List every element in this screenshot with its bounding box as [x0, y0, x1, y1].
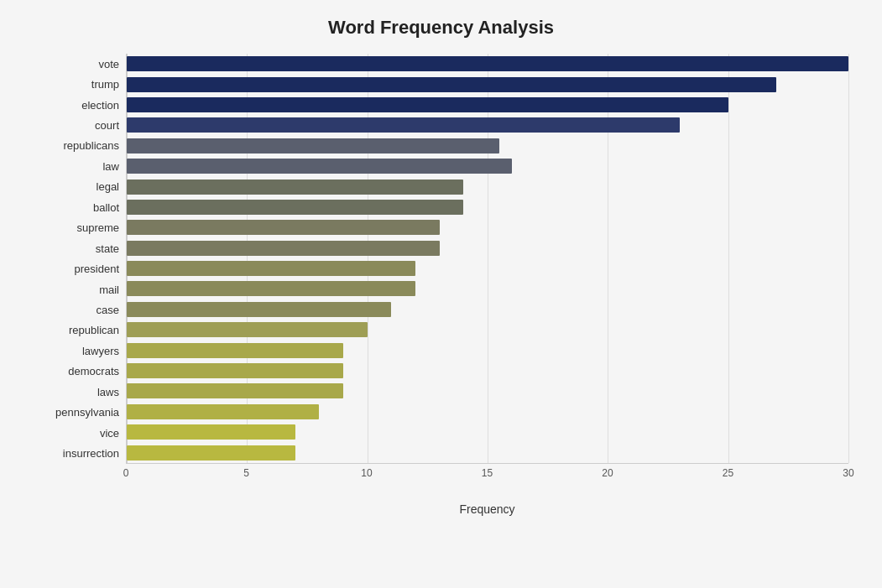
x-axis: 051015202530	[126, 467, 848, 484]
y-label: pennsylvania	[55, 407, 119, 418]
x-tick: 10	[361, 467, 372, 479]
bar	[127, 261, 415, 276]
x-tick: 0	[123, 467, 129, 479]
bar-row	[127, 300, 848, 319]
bar	[127, 322, 368, 337]
bar	[127, 383, 343, 398]
y-label: republicans	[64, 140, 120, 151]
bar	[127, 404, 319, 419]
y-label: insurrection	[63, 448, 119, 459]
y-label: vice	[100, 428, 119, 439]
bars-section: votetrumpelectioncourtrepublicanslawlega…	[34, 54, 848, 464]
bar-row	[127, 218, 848, 237]
x-tick: 15	[482, 467, 493, 479]
bar-row	[127, 320, 848, 339]
y-label: democrats	[68, 366, 119, 377]
grid-line	[728, 54, 729, 463]
y-label: election	[81, 100, 119, 111]
bar-row	[127, 403, 848, 421]
bar	[127, 445, 295, 461]
grid-lines	[127, 54, 848, 463]
bar-row	[127, 239, 848, 258]
y-label: supreme	[76, 222, 119, 233]
bar	[127, 241, 440, 256]
bar	[127, 200, 463, 215]
bar	[127, 281, 415, 296]
bar-row	[127, 178, 848, 196]
chart-area: votetrumpelectioncourtrepublicanslawlega…	[34, 54, 848, 516]
bar-row	[127, 75, 848, 94]
chart-container: Word Frequency Analysis votetrumpelectio…	[0, 0, 882, 588]
bar-row	[127, 423, 848, 441]
bar	[127, 138, 499, 154]
bar-row	[127, 137, 848, 155]
bar-row	[127, 279, 848, 298]
bar-row	[127, 259, 848, 278]
bar	[127, 302, 391, 317]
grid-line	[127, 54, 128, 463]
y-label: vote	[98, 59, 119, 70]
y-label: case	[97, 304, 119, 315]
bar	[127, 363, 343, 378]
grid-line	[368, 54, 368, 463]
y-label: laws	[97, 387, 119, 398]
y-label: state	[96, 243, 119, 254]
y-label: republican	[69, 325, 119, 336]
bar	[127, 117, 680, 133]
bar	[127, 343, 343, 358]
y-labels: votetrumpelectioncourtrepublicanslawlega…	[34, 54, 126, 464]
y-label: law	[102, 161, 119, 172]
grid-line	[488, 54, 488, 463]
bar-row	[127, 96, 848, 114]
grid-line	[247, 54, 248, 463]
y-label: trump	[91, 79, 119, 90]
bar	[127, 77, 776, 92]
bar	[127, 424, 295, 440]
bar	[127, 159, 512, 174]
y-label: president	[75, 263, 119, 274]
bar-row	[127, 444, 848, 462]
bar-row	[127, 55, 848, 73]
grid-line	[608, 54, 608, 463]
bar-row	[127, 116, 848, 134]
x-tick: 30	[843, 467, 853, 479]
grid-line	[848, 54, 849, 463]
x-tick: 20	[602, 467, 613, 479]
chart-title: Word Frequency Analysis	[34, 17, 848, 39]
x-tick: 5	[243, 467, 249, 479]
bar-row	[127, 382, 848, 400]
bar-row	[127, 362, 848, 380]
bar	[127, 97, 728, 112]
x-tick: 25	[723, 467, 733, 479]
y-label: mail	[99, 284, 119, 295]
bar-row	[127, 341, 848, 360]
bar	[127, 220, 440, 235]
bars-and-grid	[126, 54, 848, 464]
y-label: legal	[97, 181, 119, 192]
bar	[127, 180, 463, 195]
bar-row	[127, 198, 848, 216]
y-label: court	[95, 120, 119, 131]
y-label: ballot	[93, 202, 119, 213]
bar-row	[127, 157, 848, 175]
x-axis-label: Frequency	[126, 502, 848, 516]
bar	[127, 56, 848, 71]
y-label: lawyers	[82, 346, 119, 356]
